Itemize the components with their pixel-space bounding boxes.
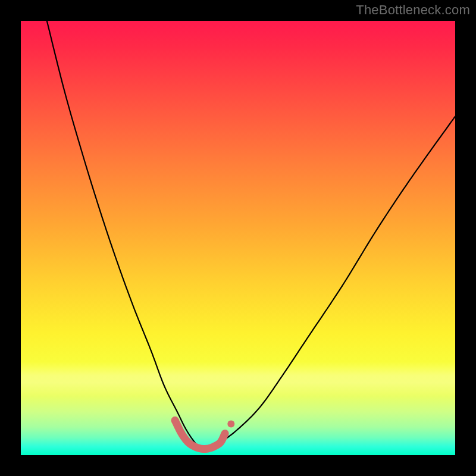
plot-area [21, 21, 455, 455]
svg-point-1 [227, 420, 234, 427]
watermark-text: TheBottleneck.com [356, 2, 470, 18]
curve-layer [21, 21, 455, 455]
chart-frame: TheBottleneck.com [0, 0, 476, 476]
svg-point-0 [171, 416, 179, 424]
bottleneck-curve [47, 21, 455, 449]
optimal-range-marker [175, 421, 225, 449]
